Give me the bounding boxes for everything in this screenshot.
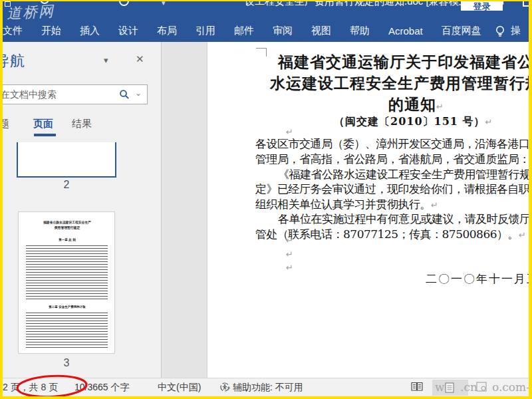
thumb3-paragraph-block — [26, 245, 108, 301]
margin-corner-mark — [256, 48, 267, 57]
document-page[interactable]: 福建省交通运输厅关于印发福建省公路 水运建设工程安全生产费用管理暂行规定 的通知… — [207, 42, 532, 378]
tell-me-label[interactable]: 操 — [511, 25, 521, 37]
page-2-thumbnail[interactable] — [17, 142, 116, 178]
doc-title-line2: 水运建设工程安全生产费用管理暂行规定 — [270, 73, 532, 94]
word-window: ▾ 设工程安全生产费用暂行规定的通知.doc [兼容模式] - Word 登录 … — [0, 0, 532, 399]
language-indicator[interactable]: 中文(中国) — [158, 382, 201, 394]
login-button[interactable]: 登录 — [461, 0, 503, 11]
page-2-thumbnail-label: 2 — [0, 179, 133, 191]
nav-tab-active-underline — [34, 134, 56, 136]
ribbon-tab-strip: 文件 开始 插入 设计 布局 引用 邮件 审阅 视图 帮助 Acrobat 百度… — [0, 20, 532, 42]
site-watermark-bottom: o.com— — [492, 380, 532, 394]
document-search-input[interactable]: 在文档中搜索 ⌄ — [0, 84, 148, 104]
read-mode-icon[interactable] — [411, 382, 423, 392]
tab-review[interactable]: 审阅 — [263, 25, 302, 37]
doc-body-line: 管理局，省高指，省公路局，省港航局，省交通质监局：↵ — [255, 152, 532, 167]
tab-mailings[interactable]: 邮件 — [225, 25, 263, 37]
nav-tab-pages[interactable]: 页面 — [33, 118, 53, 130]
frame-border — [0, 396, 532, 399]
paragraph-mark: ↵ — [436, 102, 444, 112]
tell-me-lightbulb-icon[interactable] — [495, 25, 505, 38]
doc-body-line: 定》已经厅务会审议通过，现印发给你们，请根据各自职 — [255, 182, 530, 197]
navigation-close-icon[interactable]: ✕ — [136, 53, 144, 65]
paragraph-mark: ↵ — [286, 249, 293, 259]
search-icon[interactable] — [119, 89, 130, 100]
red-annotation-ellipse — [15, 374, 89, 399]
thumb3-paragraph-block — [26, 313, 108, 350]
tab-acrobat[interactable]: Acrobat — [379, 25, 432, 37]
page-3-thumbnail[interactable]: 福建省公路水运建设工程安全生产 费用管理暂行规定 第一章 总 则 第二章 安全生… — [18, 211, 115, 354]
navigation-pane: 导航 ▾ ✕ 在文档中搜索 ⌄ 标题 页面 结果 2 福建省公路水运建设工程安 — [0, 42, 162, 378]
paragraph-mark: ↵ — [286, 263, 293, 273]
tab-home[interactable]: 开始 — [32, 25, 70, 37]
frame-border — [529, 0, 532, 399]
title-bar: ▾ 设工程安全生产费用暂行规定的通知.doc [兼容模式] - Word 登录 — [0, 0, 532, 20]
paragraph-mark: ↵ — [485, 117, 493, 127]
navigation-options-icon[interactable]: ▾ — [104, 55, 108, 65]
tab-insert[interactable]: 插入 — [70, 25, 109, 37]
frame-border — [0, 0, 532, 1]
doc-body-line: 各单位在实施过程中有何意见或建议，请及时反馈厅 — [278, 211, 531, 227]
site-watermark-bottom: w — [435, 380, 445, 394]
search-options-caret-icon[interactable]: ⌄ — [135, 88, 142, 98]
thumb3-title-line1: 福建省公路水运建设工程安全生产 — [29, 220, 106, 224]
accessibility-status[interactable]: 辅助功能: 不可用 — [233, 382, 303, 394]
doc-body-line: 各设区市交通局（委）、漳州开发区交通局，沿海各港口（ — [255, 136, 532, 152]
thumb3-chapter1-heading: 第一章 总 则 — [31, 237, 104, 242]
site-watermark-top: 道桥网 — [6, 1, 55, 24]
tab-design[interactable]: 设计 — [109, 25, 148, 37]
doc-title-line1: 福建省交通运输厅关于印发福建省公路 — [278, 52, 532, 72]
frame-border — [0, 0, 3, 399]
nav-tab-results[interactable]: 结果 — [72, 118, 92, 130]
site-watermark-bottom: .cn — [460, 380, 477, 394]
search-placeholder: 在文档中搜索 — [1, 89, 57, 101]
document-canvas: 福建省交通运输厅关于印发福建省公路 水运建设工程安全生产费用管理暂行规定 的通知… — [162, 42, 532, 378]
doc-body-line: 组织相关单位认真学习并贯彻执行。↵ — [255, 197, 438, 212]
tab-references[interactable]: 引用 — [186, 25, 225, 37]
tab-file[interactable]: 文件 — [0, 25, 32, 37]
tab-layout[interactable]: 布局 — [148, 25, 186, 37]
thumb3-title-line2: 费用管理暂行规定 — [29, 225, 106, 229]
accessibility-icon: ? — [220, 382, 231, 392]
tab-baidu-netdisk[interactable]: 百度网盘 — [432, 25, 491, 37]
doc-body-line: 《福建省公路水运建设工程安全生产费用管理暂行规 — [278, 167, 531, 182]
doc-title-line3: 的通知↵ — [388, 94, 444, 115]
paragraph-mark: ↵ — [286, 127, 293, 137]
svg-text:?: ? — [227, 386, 231, 392]
paragraph-mark: ↵ — [286, 235, 293, 245]
tab-view[interactable]: 视图 — [302, 25, 340, 37]
navigation-tabs: 标题 页面 结果 — [0, 114, 162, 136]
web-layout-icon[interactable] — [476, 382, 487, 392]
navigation-pane-title: 导航 — [0, 51, 25, 71]
page-3-thumbnail-label: 3 — [0, 357, 133, 369]
doc-number-line: （闽交建〔2010〕151 号）↵ — [334, 115, 493, 129]
thumb3-chapter2-heading: 第二章 安全生产费用的计取 — [31, 305, 104, 309]
doc-date-line: 二〇一〇年十一月五日 — [426, 271, 532, 287]
tab-help[interactable]: 帮助 — [340, 25, 379, 37]
doc-body-line: 管处（联系电话：87077125；传真：87500866）。↵ — [255, 227, 525, 242]
print-layout-icon — [445, 382, 454, 393]
main-area: 导航 ▾ ✕ 在文档中搜索 ⌄ 标题 页面 结果 2 福建省公路水运建设工程安 — [0, 42, 532, 378]
